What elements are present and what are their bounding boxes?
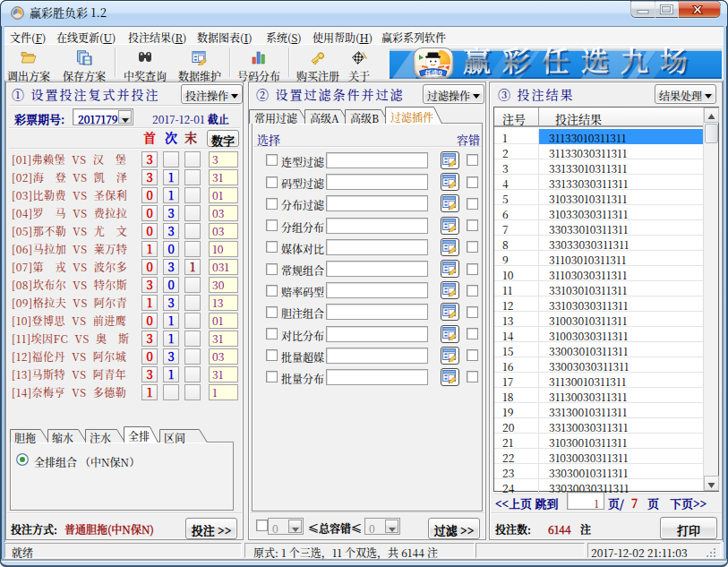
svg-text:任选9: 任选9 xyxy=(424,68,441,78)
